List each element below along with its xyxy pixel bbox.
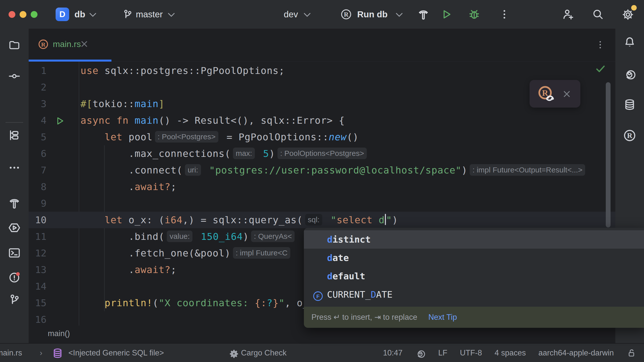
chevron-down-icon <box>89 12 97 19</box>
next-tip-link[interactable]: Next Tip <box>428 313 457 322</box>
code-line-6[interactable]: 6 .max_connections(max: 5): PoolOptions<… <box>29 145 615 162</box>
close-window-button[interactable] <box>9 11 15 18</box>
line-number: 13 <box>29 261 47 278</box>
line-number: 15 <box>29 295 47 311</box>
rust-crates-tool-icon[interactable]: R <box>623 129 636 143</box>
terminal-tool-icon[interactable] <box>8 246 21 260</box>
unlocked-padlock-icon[interactable] <box>626 344 636 362</box>
line-number: 7 <box>29 162 47 178</box>
code-text: let pool: Pool<Postgres> = PgPoolOptions… <box>80 129 359 145</box>
commit-tool-icon[interactable] <box>8 70 21 83</box>
ide-window: D db master dev R Run db <box>0 0 644 362</box>
statusbar-file-crumb[interactable]: main.rs <box>0 344 22 362</box>
completion-item[interactable]: distinct <box>304 230 644 249</box>
title-bar: D db master dev R Run db <box>0 0 644 29</box>
line-number: 6 <box>29 145 47 162</box>
stripe-divider <box>6 122 23 123</box>
code-line-2[interactable]: 2 <box>29 79 615 96</box>
zoom-window-button[interactable] <box>31 11 37 18</box>
code-line-5[interactable]: 5 let pool: Pool<Postgres> = PgPoolOptio… <box>29 129 615 145</box>
clock-widget[interactable]: 10:47 <box>383 344 403 362</box>
inlay-hint: sql: <box>305 214 323 225</box>
code-text: .max_connections(max: 5): PoolOptions<Po… <box>80 145 369 162</box>
breadcrumb-chevron: › <box>40 344 42 362</box>
branch-widget[interactable]: master <box>136 0 163 29</box>
chevron-down-icon <box>167 12 176 19</box>
build-hammer-icon[interactable] <box>417 8 430 22</box>
completion-item[interactable]: FCURRENT_DATE <box>304 285 644 304</box>
svg-text:R: R <box>344 11 349 18</box>
cargo-check-gear-icon <box>228 347 239 362</box>
services-tool-icon[interactable] <box>8 221 21 235</box>
completion-item[interactable]: default <box>304 267 644 285</box>
project-icon[interactable]: D <box>56 8 69 21</box>
line-number: 3 <box>29 96 47 112</box>
line-number: 2 <box>29 79 47 96</box>
inlay-hint: : PoolOptions<Postgres> <box>277 148 367 159</box>
structure-tool-icon[interactable] <box>8 129 21 143</box>
injected-sql-db-icon <box>52 347 63 362</box>
run-environment-selector[interactable]: dev <box>284 0 298 29</box>
code-line-4[interactable]: 4async fn main() -> Result<(), sqlx::Err… <box>29 112 615 129</box>
editor-tab-bar: R main.rs <box>29 29 615 62</box>
dismiss-widget-close-icon[interactable] <box>562 89 572 100</box>
active-tab-underline <box>29 60 111 62</box>
problems-tool-icon[interactable] <box>8 270 21 285</box>
notifications-bell-icon[interactable] <box>623 36 636 50</box>
code-text: .connect(uri: "postgres://user:password@… <box>80 162 587 178</box>
line-ending-widget[interactable]: LF <box>438 344 447 362</box>
reload-cargo-project-widget: R <box>530 80 580 108</box>
inlay-hint: max: <box>233 148 255 159</box>
more-tool-windows-icon[interactable] <box>8 161 21 175</box>
indent-widget[interactable]: 4 spaces <box>495 344 526 362</box>
run-configuration-selector[interactable]: Run db <box>357 0 388 29</box>
more-actions-kebab-icon[interactable] <box>499 9 510 21</box>
code-line-1[interactable]: 1use sqlx::postgres::PgPoolOptions; <box>29 62 615 79</box>
run-button[interactable] <box>441 9 452 21</box>
code-line-10[interactable]: 10 let o_x: (i64,) = sqlx::query_as(sql:… <box>29 212 615 228</box>
code-line-9[interactable]: 9 <box>29 195 615 212</box>
svg-text:F: F <box>316 293 320 299</box>
project-widget[interactable]: db <box>74 0 85 29</box>
search-everywhere-icon[interactable] <box>592 8 604 22</box>
settings-notification-badge <box>631 5 637 11</box>
code-text: use sqlx::postgres::PgPoolOptions; <box>80 62 285 79</box>
code-text: println!("X coordinates: {:?}", o_x); <box>80 295 327 311</box>
cargo-check-status[interactable]: Cargo Check <box>241 344 287 362</box>
debug-button[interactable] <box>468 8 480 22</box>
line-number: 16 <box>29 311 47 326</box>
tab-main-rs[interactable]: main.rs <box>53 29 81 60</box>
completion-popup: distinctdatedefaultFCURRENT_DATE Press ↵… <box>304 228 644 328</box>
reload-cargo-project-icon[interactable]: R <box>537 85 556 104</box>
code-line-7[interactable]: 7 .connect(uri: "postgres://user:passwor… <box>29 162 615 178</box>
spiral-status-icon[interactable] <box>415 344 426 362</box>
build-tool-icon[interactable] <box>8 197 21 211</box>
minimize-window-button[interactable] <box>20 11 26 18</box>
editor-scrollbar[interactable] <box>606 82 611 228</box>
inlay-hint: : Pool<Postgres> <box>155 131 218 143</box>
inspections-ok-check-icon[interactable] <box>595 63 606 75</box>
footer-hint-text: Press <box>311 313 334 322</box>
rust-file-icon: R <box>38 39 49 51</box>
close-tab-icon[interactable] <box>79 39 89 50</box>
database-tool-icon[interactable] <box>623 98 636 112</box>
code-line-8[interactable]: 8 .await?; <box>29 178 615 195</box>
code-text: .await?; <box>80 261 177 278</box>
breadcrumb-main-fn[interactable]: main() <box>48 326 70 343</box>
svg-text:R: R <box>41 41 46 48</box>
code-text: .await?; <box>80 178 177 195</box>
code-with-me-add-user-icon[interactable] <box>561 8 575 22</box>
code-text: .fetch_one(&pool): impl Future<C <box>80 245 293 261</box>
completion-item[interactable]: date <box>304 249 644 267</box>
project-tool-folder-icon[interactable] <box>8 39 21 52</box>
tab-options-kebab-icon[interactable] <box>595 40 605 51</box>
injected-fragment-crumb[interactable]: <Injected Generic SQL file> <box>68 344 164 362</box>
line-number: 4 <box>29 112 47 129</box>
inlay-hint: : impl Future<C <box>233 247 290 259</box>
encoding-widget[interactable]: UTF-8 <box>460 344 482 362</box>
code-line-3[interactable]: 3#[tokio::main] <box>29 96 615 112</box>
target-triple-widget[interactable]: aarch64-apple-darwin <box>538 344 614 362</box>
version-control-tool-icon[interactable] <box>8 293 21 307</box>
git-branch-icon <box>122 9 133 21</box>
ai-assistant-spiral-icon[interactable] <box>623 67 636 81</box>
